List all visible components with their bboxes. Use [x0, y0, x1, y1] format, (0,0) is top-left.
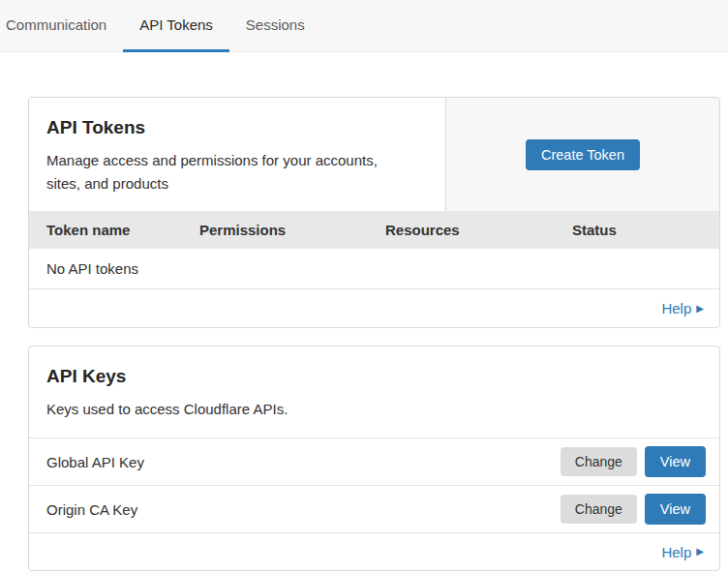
- api-keys-card: API Keys Keys used to access Cloudflare …: [28, 346, 720, 571]
- tokens-empty-text: No API tokens: [46, 260, 138, 277]
- api-tokens-title: API Tokens: [46, 117, 428, 138]
- change-origin-ca-key-button[interactable]: Change: [561, 495, 637, 524]
- tokens-table-header: Token name Permissions Resources Status: [29, 211, 719, 249]
- api-keys-description: Keys used to access Cloudflare APIs.: [46, 398, 412, 421]
- help-arrow-icon: ▶: [696, 304, 704, 314]
- view-global-api-key-button[interactable]: View: [645, 446, 706, 477]
- create-token-button[interactable]: Create Token: [526, 139, 640, 170]
- tokens-help-label: Help: [661, 300, 691, 317]
- keys-help-label: Help: [661, 544, 691, 560]
- help-arrow-icon: ▶: [696, 547, 704, 557]
- view-origin-ca-key-button[interactable]: View: [645, 494, 706, 525]
- tokens-card-footer: Help ▶: [29, 289, 719, 327]
- key-row-origin-ca-key: Origin CA Key Change View: [29, 485, 719, 532]
- tokens-help-link[interactable]: Help ▶: [661, 300, 704, 317]
- tab-api-tokens[interactable]: API Tokens: [123, 0, 229, 52]
- key-row-global-api-key: Global API Key Change View: [29, 437, 719, 485]
- change-global-api-key-button[interactable]: Change: [561, 447, 637, 476]
- api-tokens-card-header: API Tokens Manage access and permissions…: [29, 98, 719, 211]
- key-name-label: Origin CA Key: [46, 501, 561, 518]
- api-tokens-header-text: API Tokens Manage access and permissions…: [29, 98, 445, 211]
- api-keys-title: API Keys: [46, 366, 702, 387]
- column-header-token-name: Token name: [29, 222, 199, 238]
- column-header-permissions: Permissions: [199, 222, 385, 238]
- keys-card-footer: Help ▶: [29, 532, 719, 570]
- keys-help-link[interactable]: Help ▶: [661, 544, 704, 560]
- column-header-resources: Resources: [385, 222, 572, 238]
- tab-bar: Communication API Tokens Sessions: [0, 0, 728, 52]
- key-name-label: Global API Key: [46, 454, 561, 470]
- tab-sessions[interactable]: Sessions: [229, 0, 321, 52]
- api-tokens-action-panel: Create Token: [445, 98, 719, 211]
- api-tokens-card: API Tokens Manage access and permissions…: [28, 97, 720, 328]
- tab-communication[interactable]: Communication: [6, 0, 123, 52]
- api-keys-card-header: API Keys Keys used to access Cloudflare …: [29, 347, 719, 437]
- api-tokens-description: Manage access and permissions for your a…: [46, 149, 412, 196]
- tokens-empty-row: No API tokens: [29, 249, 719, 289]
- column-header-status: Status: [572, 222, 719, 238]
